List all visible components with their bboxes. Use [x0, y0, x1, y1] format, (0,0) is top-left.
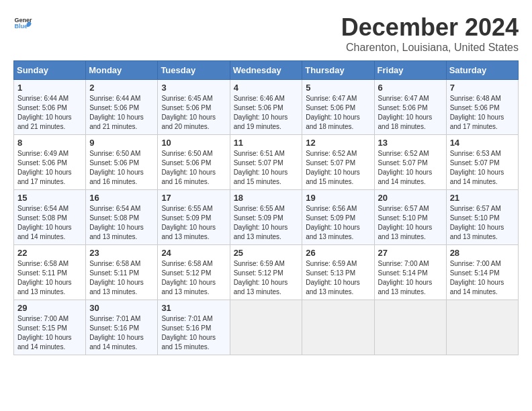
calendar-cell: 1Sunrise: 6:44 AMSunset: 5:06 PMDaylight… [14, 80, 86, 135]
calendar-cell: 26Sunrise: 6:59 AMSunset: 5:13 PMDayligh… [302, 245, 374, 300]
calendar-cell: 17Sunrise: 6:55 AMSunset: 5:09 PMDayligh… [158, 190, 230, 245]
calendar-cell: 14Sunrise: 6:53 AMSunset: 5:07 PMDayligh… [446, 135, 518, 190]
page-header: General Blue December 2024 Charenton, Lo… [13, 13, 519, 54]
day-info: Sunrise: 6:47 AMSunset: 5:06 PMDaylight:… [378, 94, 443, 132]
day-number: 1 [17, 83, 82, 93]
day-info: Sunrise: 7:00 AMSunset: 5:14 PMDaylight:… [450, 259, 515, 297]
day-number: 17 [161, 193, 226, 203]
day-number: 22 [17, 248, 82, 258]
day-number: 8 [17, 138, 82, 148]
calendar-cell [374, 300, 446, 355]
day-number: 5 [306, 83, 370, 93]
svg-text:Blue: Blue [14, 23, 28, 30]
weekday-header-monday: Monday [86, 61, 158, 80]
day-number: 15 [17, 193, 82, 203]
location-title: Charenton, Louisiana, United States [341, 42, 519, 54]
day-info: Sunrise: 6:52 AMSunset: 5:07 PMDaylight:… [378, 149, 443, 187]
day-number: 28 [450, 248, 515, 258]
calendar-cell [302, 300, 374, 355]
day-info: Sunrise: 6:57 AMSunset: 5:10 PMDaylight:… [450, 204, 515, 242]
day-number: 31 [161, 303, 226, 313]
calendar-cell: 11Sunrise: 6:51 AMSunset: 5:07 PMDayligh… [230, 135, 302, 190]
day-info: Sunrise: 6:53 AMSunset: 5:07 PMDaylight:… [450, 149, 515, 187]
calendar-cell: 9Sunrise: 6:50 AMSunset: 5:06 PMDaylight… [86, 135, 158, 190]
day-info: Sunrise: 6:44 AMSunset: 5:06 PMDaylight:… [89, 94, 154, 132]
calendar-cell: 24Sunrise: 6:58 AMSunset: 5:12 PMDayligh… [158, 245, 230, 300]
day-info: Sunrise: 6:58 AMSunset: 5:12 PMDaylight:… [161, 259, 226, 297]
day-info: Sunrise: 7:00 AMSunset: 5:14 PMDaylight:… [378, 259, 443, 297]
title-area: December 2024 Charenton, Louisiana, Unit… [341, 13, 519, 54]
day-info: Sunrise: 6:56 AMSunset: 5:09 PMDaylight:… [306, 204, 370, 242]
day-info: Sunrise: 7:00 AMSunset: 5:15 PMDaylight:… [17, 314, 82, 352]
calendar-week-row: 22Sunrise: 6:58 AMSunset: 5:11 PMDayligh… [14, 245, 519, 300]
day-number: 12 [306, 138, 370, 148]
day-info: Sunrise: 6:58 AMSunset: 5:11 PMDaylight:… [89, 259, 154, 297]
day-number: 2 [89, 83, 154, 93]
calendar-week-row: 29Sunrise: 7:00 AMSunset: 5:15 PMDayligh… [14, 300, 519, 355]
day-number: 26 [306, 248, 370, 258]
day-number: 6 [378, 83, 443, 93]
weekday-header-tuesday: Tuesday [158, 61, 230, 80]
day-number: 20 [378, 193, 443, 203]
day-info: Sunrise: 7:01 AMSunset: 5:16 PMDaylight:… [161, 314, 226, 352]
weekday-header-wednesday: Wednesday [230, 61, 302, 80]
day-info: Sunrise: 6:54 AMSunset: 5:08 PMDaylight:… [17, 204, 82, 242]
day-info: Sunrise: 6:47 AMSunset: 5:06 PMDaylight:… [306, 94, 370, 132]
day-number: 3 [161, 83, 226, 93]
day-number: 23 [89, 248, 154, 258]
day-number: 10 [161, 138, 226, 148]
day-info: Sunrise: 6:52 AMSunset: 5:07 PMDaylight:… [306, 149, 370, 187]
calendar-week-row: 15Sunrise: 6:54 AMSunset: 5:08 PMDayligh… [14, 190, 519, 245]
calendar-cell: 4Sunrise: 6:46 AMSunset: 5:06 PMDaylight… [230, 80, 302, 135]
day-info: Sunrise: 6:48 AMSunset: 5:06 PMDaylight:… [450, 94, 515, 132]
day-info: Sunrise: 6:45 AMSunset: 5:06 PMDaylight:… [161, 94, 226, 132]
day-info: Sunrise: 7:01 AMSunset: 5:16 PMDaylight:… [89, 314, 154, 352]
day-number: 18 [234, 193, 299, 203]
day-info: Sunrise: 6:58 AMSunset: 5:11 PMDaylight:… [17, 259, 82, 297]
day-number: 24 [161, 248, 226, 258]
day-info: Sunrise: 6:54 AMSunset: 5:08 PMDaylight:… [89, 204, 154, 242]
logo-icon: General Blue [13, 13, 32, 32]
day-number: 9 [89, 138, 154, 148]
weekday-header-friday: Friday [374, 61, 446, 80]
day-number: 7 [450, 83, 515, 93]
day-info: Sunrise: 6:55 AMSunset: 5:09 PMDaylight:… [234, 204, 299, 242]
calendar-cell: 2Sunrise: 6:44 AMSunset: 5:06 PMDaylight… [86, 80, 158, 135]
logo: General Blue [13, 13, 32, 32]
calendar-cell: 20Sunrise: 6:57 AMSunset: 5:10 PMDayligh… [374, 190, 446, 245]
calendar-week-row: 8Sunrise: 6:49 AMSunset: 5:06 PMDaylight… [14, 135, 519, 190]
day-number: 14 [450, 138, 515, 148]
calendar-cell: 10Sunrise: 6:50 AMSunset: 5:06 PMDayligh… [158, 135, 230, 190]
weekday-header-row: SundayMondayTuesdayWednesdayThursdayFrid… [14, 61, 519, 80]
calendar-cell: 31Sunrise: 7:01 AMSunset: 5:16 PMDayligh… [158, 300, 230, 355]
day-info: Sunrise: 6:51 AMSunset: 5:07 PMDaylight:… [234, 149, 299, 187]
calendar-cell: 15Sunrise: 6:54 AMSunset: 5:08 PMDayligh… [14, 190, 86, 245]
calendar-cell: 8Sunrise: 6:49 AMSunset: 5:06 PMDaylight… [14, 135, 86, 190]
weekday-header-saturday: Saturday [446, 61, 518, 80]
calendar-cell: 7Sunrise: 6:48 AMSunset: 5:06 PMDaylight… [446, 80, 518, 135]
day-info: Sunrise: 6:50 AMSunset: 5:06 PMDaylight:… [89, 149, 154, 187]
weekday-header-thursday: Thursday [302, 61, 374, 80]
calendar-cell: 19Sunrise: 6:56 AMSunset: 5:09 PMDayligh… [302, 190, 374, 245]
day-info: Sunrise: 6:59 AMSunset: 5:12 PMDaylight:… [234, 259, 299, 297]
day-number: 29 [17, 303, 82, 313]
day-number: 4 [234, 83, 299, 93]
month-title: December 2024 [341, 13, 519, 42]
calendar-cell: 30Sunrise: 7:01 AMSunset: 5:16 PMDayligh… [86, 300, 158, 355]
calendar-cell: 13Sunrise: 6:52 AMSunset: 5:07 PMDayligh… [374, 135, 446, 190]
weekday-header-sunday: Sunday [14, 61, 86, 80]
calendar-cell: 5Sunrise: 6:47 AMSunset: 5:06 PMDaylight… [302, 80, 374, 135]
day-info: Sunrise: 6:44 AMSunset: 5:06 PMDaylight:… [17, 94, 82, 132]
day-number: 25 [234, 248, 299, 258]
calendar-cell: 3Sunrise: 6:45 AMSunset: 5:06 PMDaylight… [158, 80, 230, 135]
calendar-cell: 27Sunrise: 7:00 AMSunset: 5:14 PMDayligh… [374, 245, 446, 300]
calendar-cell: 6Sunrise: 6:47 AMSunset: 5:06 PMDaylight… [374, 80, 446, 135]
day-info: Sunrise: 6:55 AMSunset: 5:09 PMDaylight:… [161, 204, 226, 242]
calendar-cell [230, 300, 302, 355]
day-number: 21 [450, 193, 515, 203]
day-info: Sunrise: 6:46 AMSunset: 5:06 PMDaylight:… [234, 94, 299, 132]
day-info: Sunrise: 6:59 AMSunset: 5:13 PMDaylight:… [306, 259, 370, 297]
calendar-cell: 23Sunrise: 6:58 AMSunset: 5:11 PMDayligh… [86, 245, 158, 300]
calendar-cell: 18Sunrise: 6:55 AMSunset: 5:09 PMDayligh… [230, 190, 302, 245]
calendar-table: SundayMondayTuesdayWednesdayThursdayFrid… [13, 60, 519, 355]
